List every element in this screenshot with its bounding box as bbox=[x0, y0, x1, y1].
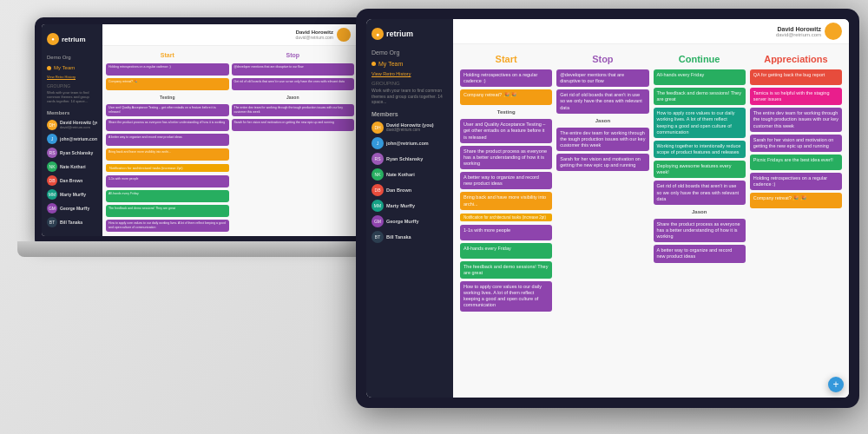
cont-card-1[interactable]: All-hands every Friday bbox=[654, 69, 746, 85]
stop-card-1[interactable]: @developer mentions that are disruptive … bbox=[556, 69, 648, 87]
card[interactable]: Bring back and have more visibility into… bbox=[106, 148, 229, 161]
start-card-4[interactable]: Share the product process as everyone ha… bbox=[460, 146, 552, 169]
avatar: RS bbox=[372, 153, 384, 165]
app-card-6[interactable]: Holding retrospectives on a regular cade… bbox=[750, 173, 842, 190]
member-email: david@retrium.com bbox=[60, 125, 97, 129]
start-card-7[interactable]: 1-1s with more people bbox=[460, 225, 552, 240]
app-card-7[interactable]: Company retreat? 🎉 🎉 bbox=[750, 193, 842, 208]
appreciations-header-main: Appreciations bbox=[750, 51, 842, 67]
app-card-3[interactable]: The entire dev team for working through … bbox=[750, 108, 842, 131]
member-name: George Murffy bbox=[386, 219, 448, 224]
cont-card-7[interactable]: Share the product process as everyone ha… bbox=[654, 219, 746, 242]
start-header: Start bbox=[106, 49, 229, 61]
member-item: MM Marty Murffy bbox=[366, 198, 453, 214]
sidebar-small: ● retrium Demo Org My Team View Retro Hi… bbox=[42, 24, 102, 236]
view-history-link[interactable]: View Retro History bbox=[42, 73, 102, 81]
avatar: GM bbox=[372, 215, 384, 227]
view-history-link-main[interactable]: View Retro History bbox=[366, 69, 453, 78]
tablet-screen: ● retrium Demo Org My Team View Retro Hi… bbox=[366, 19, 849, 398]
card[interactable]: All-hands every Friday bbox=[106, 190, 229, 202]
member-item: NK Nate Kothari bbox=[366, 167, 453, 182]
card[interactable]: Holding retrospectives on a regular cade… bbox=[106, 63, 229, 76]
user-avatar-main bbox=[825, 23, 842, 40]
team-dot bbox=[47, 66, 51, 70]
card[interactable]: User and Quality Acceptance Testing – ge… bbox=[106, 104, 229, 116]
stop-card-4[interactable]: Sarah for her vision and motivation on g… bbox=[556, 154, 648, 171]
avatar: DB bbox=[47, 175, 57, 186]
stop-card-2[interactable]: Get rid of old boards that aren't in use… bbox=[556, 89, 648, 113]
start-card-2[interactable]: Company retreat? 🎉 🎉 bbox=[460, 89, 552, 105]
logo-icon: ● bbox=[47, 33, 59, 45]
cont-card-6[interactable]: Get rid of old boards that aren't in use… bbox=[654, 181, 746, 204]
cont-card-5[interactable]: Deploying awesome features every week! bbox=[654, 161, 746, 178]
sidebar-logo-main: ● retrium bbox=[366, 24, 453, 43]
app-card-1[interactable]: QA for getting back the bug report bbox=[750, 69, 842, 85]
top-bar-main: David Horowitz david@retrium.com bbox=[453, 19, 849, 44]
board-small: Start Holding retrospectives on a regula… bbox=[102, 46, 358, 236]
appreciations-column: Appreciations QA for getting back the bu… bbox=[750, 51, 842, 391]
user-email-top: david@retrium.com bbox=[296, 35, 333, 40]
member-name: Dan Brown bbox=[60, 178, 97, 183]
start-card-1[interactable]: Holding retrospectives on a regular cade… bbox=[460, 69, 552, 87]
start-card-8[interactable]: All-hands every Friday bbox=[460, 243, 552, 259]
notification-arch: Notification for architectural tasks (in… bbox=[460, 214, 552, 221]
member-name: George Murffy bbox=[60, 206, 97, 211]
cont-card-4[interactable]: Working together to intentionally reduce… bbox=[654, 141, 746, 158]
member-item: BT Bill Tanaka bbox=[366, 229, 453, 245]
cont-card-3[interactable]: How to apply core values to our daily wo… bbox=[654, 108, 746, 138]
start-column-small: Start Holding retrospectives on a regula… bbox=[106, 49, 229, 233]
card[interactable]: Company retreat? 🎉 bbox=[106, 78, 229, 90]
member-name: Nate Kothari bbox=[60, 164, 97, 169]
grouping-help-main: Work with your team to find common theme… bbox=[366, 87, 453, 108]
app-card-2[interactable]: Tamica is so helpful with the staging se… bbox=[750, 88, 842, 105]
avatar: DH bbox=[47, 120, 57, 130]
avatar: MM bbox=[47, 189, 57, 200]
card[interactable]: Sarah for her vision and motivation on g… bbox=[232, 119, 355, 131]
member-item: GM George Murffy bbox=[366, 214, 453, 229]
cont-card-2[interactable]: The feedback and demo sessions! They are… bbox=[654, 88, 746, 105]
stop-column: Stop @developer mentions that are disrup… bbox=[556, 51, 648, 391]
card[interactable]: Share the product process as everyone ha… bbox=[106, 119, 229, 131]
cont-card-8[interactable]: A better way to organize and record new … bbox=[654, 245, 746, 262]
laptop-screen: ● retrium Demo Org My Team View Retro Hi… bbox=[42, 24, 358, 236]
app-card-5[interactable]: Picnic Fridays are the best idea ever!! bbox=[750, 155, 842, 170]
start-card-3[interactable]: User and Quality Acceptance Testing – ge… bbox=[460, 119, 552, 142]
stop-column-small: Stop @developer mentions that are disrup… bbox=[232, 49, 355, 233]
logo-text-main: retrium bbox=[386, 30, 413, 38]
member-name: Ryan Schlansky bbox=[386, 156, 448, 161]
member-name: Marty Murffy bbox=[386, 203, 448, 208]
grouping-section: Grouping bbox=[42, 81, 102, 89]
card[interactable]: Get rid of old boards that aren't in use… bbox=[232, 78, 355, 90]
card[interactable]: How to apply core values to our daily wo… bbox=[106, 220, 229, 232]
user-avatar-small bbox=[337, 28, 351, 42]
avatar: GM bbox=[47, 203, 57, 214]
card[interactable]: The feedback and demo sessions! They are… bbox=[106, 205, 229, 217]
member-item: NK Nate Kothari bbox=[42, 160, 102, 174]
continue-header-main: Continue bbox=[654, 51, 746, 67]
sidebar-main: ● retrium Demo Org My Team View Retro Hi… bbox=[366, 19, 453, 398]
start-card-9[interactable]: The feedback and demo sessions! They are… bbox=[460, 261, 552, 279]
fab-button[interactable]: + bbox=[828, 377, 844, 392]
app-small: ● retrium Demo Org My Team View Retro Hi… bbox=[42, 24, 358, 236]
card[interactable]: A better way to organize and record new … bbox=[106, 134, 229, 146]
member-item: J john@retrium.com bbox=[42, 132, 102, 146]
app-card-4[interactable]: Sarah for her vision and motivation on g… bbox=[750, 135, 842, 152]
stop-card-3[interactable]: The entire dev team for working through … bbox=[556, 128, 648, 151]
app-main: ● retrium Demo Org My Team View Retro Hi… bbox=[366, 19, 849, 398]
member-item-main: DH David Horowitz (you) david@retrium.co… bbox=[366, 120, 453, 135]
member-item: MM Marty Murffy bbox=[42, 187, 102, 201]
card[interactable]: @developer mentions that are disruptive … bbox=[232, 63, 355, 76]
sidebar-org-main: Demo Org bbox=[366, 47, 453, 58]
sidebar-logo: ● retrium bbox=[42, 30, 102, 49]
top-bar-small: David Horowitz david@retrium.com bbox=[102, 24, 358, 46]
member-item: DB Dan Brown bbox=[42, 174, 102, 187]
laptop-device: ● retrium Demo Org My Team View Retro Hi… bbox=[17, 17, 382, 295]
stop-header-main: Stop bbox=[556, 51, 648, 67]
card[interactable]: 1-1s with more people bbox=[106, 175, 229, 187]
start-card-10[interactable]: How to apply core values to our daily wo… bbox=[460, 281, 552, 312]
card[interactable]: The entire dev team for working through … bbox=[232, 104, 355, 116]
sidebar-org: Demo Org bbox=[42, 52, 102, 62]
start-card-6[interactable]: Bring back and have more visibility into… bbox=[460, 192, 552, 209]
member-item: J john@retrium.com bbox=[366, 135, 453, 151]
start-card-5[interactable]: A better way to organize and record new … bbox=[460, 172, 552, 189]
